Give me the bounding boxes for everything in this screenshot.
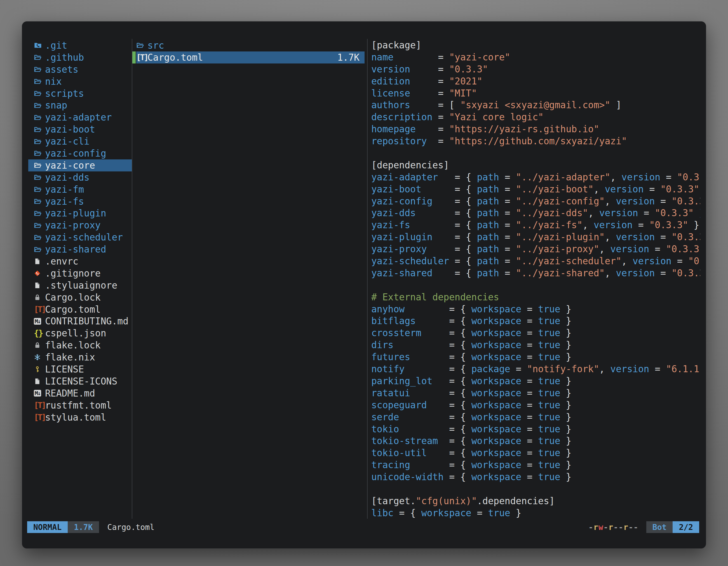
file-name: Cargo.toml <box>147 52 203 63</box>
file-row-yazi-fm[interactable]: yazi-fm <box>28 184 132 196</box>
file-name: .gitignore <box>45 268 101 279</box>
status-bar: NORMAL 1.7K Cargo.toml -rw-r--r-- Bot 2/… <box>27 521 699 533</box>
hover-marker <box>132 51 136 64</box>
file-row-cspell-json[interactable]: {}cspell.json <box>28 327 132 339</box>
file-name: .git <box>45 40 67 51</box>
file-icon <box>34 258 44 265</box>
code-line: tokio-stream = { workspace = true } <box>371 435 700 447</box>
file-row-cargo-toml[interactable]: [T]Cargo.toml <box>28 303 132 315</box>
code-line: version = "0.3.3" <box>371 64 700 76</box>
file-name: nix <box>45 76 62 87</box>
file-name: LICENSE-ICONS <box>45 376 117 387</box>
file-name: LICENSE <box>45 364 84 375</box>
code-line: ratatui = { workspace = true } <box>371 387 700 399</box>
toml-icon: [T] <box>34 305 44 313</box>
file-row-assets[interactable]: assets <box>28 64 132 76</box>
folder-open-icon <box>136 41 146 49</box>
file-row-license-icons[interactable]: LICENSE-ICONS <box>28 375 132 387</box>
code-line: crossterm = { workspace = true } <box>371 327 700 339</box>
file-row-yazi-cli[interactable]: yazi-cli <box>28 135 132 147</box>
folder-open-icon <box>34 102 44 109</box>
file-row-git[interactable]: .git <box>28 39 132 51</box>
preview-pane: [package]name = "yazi-core"version = "0.… <box>371 39 700 519</box>
file-row-license[interactable]: LICENSE <box>28 363 132 375</box>
file-name: yazi-fs <box>45 196 84 207</box>
code-line: homepage = "https://yazi-rs.github.io" <box>371 123 700 135</box>
file-row-gitignore[interactable]: .gitignore <box>28 267 132 280</box>
code-line: yazi-boot = { path = "../yazi-boot", ver… <box>371 184 700 196</box>
code-line <box>371 280 700 291</box>
code-line: futures = { workspace = true } <box>371 351 700 363</box>
code-line: tracing = { workspace = true } <box>371 459 700 471</box>
folder-open-icon <box>34 138 44 146</box>
code-line: edition = "2021" <box>371 76 700 88</box>
code-line: description = "Yazi core logic" <box>371 111 700 123</box>
file-row-yazi-adapter[interactable]: yazi-adapter <box>28 111 132 123</box>
code-line: anyhow = { workspace = true } <box>371 303 700 315</box>
file-row-cargo-lock[interactable]: Cargo.lock <box>28 291 132 303</box>
code-line: yazi-plugin = { path = "../yazi-plugin",… <box>371 231 700 243</box>
file-row-contributing-md[interactable]: M↓CONTRIBUTING.md <box>28 315 132 327</box>
file-row-rustfmt-toml[interactable]: [T]rustfmt.toml <box>28 399 132 411</box>
file-row-yazi-core[interactable]: yazi-core <box>28 159 132 172</box>
file-row-cargo-toml[interactable]: [T]Cargo.toml1.7K <box>136 51 365 64</box>
file-row-readme-md[interactable]: M↓README.md <box>28 387 132 399</box>
file-name: .envrc <box>45 256 78 267</box>
file-row-snap[interactable]: snap <box>28 99 132 111</box>
file-row-github[interactable]: .github <box>28 51 132 64</box>
file-row-yazi-plugin[interactable]: yazi-plugin <box>28 207 132 219</box>
folder-open-icon <box>34 161 44 169</box>
code-line: yazi-scheduler = { path = "../yazi-sched… <box>371 255 700 267</box>
file-row-yazi-proxy[interactable]: yazi-proxy <box>28 219 132 231</box>
file-row-flake-lock[interactable]: flake.lock <box>28 339 132 351</box>
file-name: scripts <box>45 88 84 99</box>
file-row-yazi-dds[interactable]: yazi-dds <box>28 172 132 184</box>
code-line: repository = "https://github.com/sxyazi/… <box>371 135 700 147</box>
current-pane: src[T]Cargo.toml1.7K <box>132 39 365 64</box>
code-line: [dependencies] <box>371 159 700 172</box>
file-name: rustfmt.toml <box>45 400 112 411</box>
file-name: README.md <box>45 388 95 399</box>
toml-icon: [T] <box>136 53 146 62</box>
folder-open-icon <box>34 222 44 229</box>
code-line: name = "yazi-core" <box>371 51 700 64</box>
code-line: scopeguard = { workspace = true } <box>371 399 700 411</box>
file-row-scripts[interactable]: scripts <box>28 88 132 100</box>
folder-open-icon <box>34 246 44 254</box>
file-size-indicator: 1.7K <box>68 521 99 533</box>
code-line: tokio = { workspace = true } <box>371 423 700 435</box>
code-line: license = "MIT" <box>371 88 700 100</box>
code-line <box>371 147 700 159</box>
file-row-stylua-toml[interactable]: [T]stylua.toml <box>28 411 132 423</box>
folder-open-icon <box>34 149 44 157</box>
scroll-position: Bot <box>646 521 673 533</box>
file-row-yazi-config[interactable]: yazi-config <box>28 147 132 159</box>
file-name: flake.lock <box>45 340 101 351</box>
file-name: yazi-cli <box>45 136 90 147</box>
file-name: .styluaignore <box>45 280 117 291</box>
file-row-yazi-fs[interactable]: yazi-fs <box>28 196 132 208</box>
file-row-src[interactable]: src <box>136 39 365 51</box>
file-row-yazi-shared[interactable]: yazi-shared <box>28 243 132 255</box>
file-icon <box>34 282 44 289</box>
code-line: parking_lot = { workspace = true } <box>371 375 700 387</box>
file-row-styluaignore[interactable]: .styluaignore <box>28 280 132 291</box>
folder-open-icon <box>34 114 44 121</box>
code-line: yazi-shared = { path = "../yazi-shared",… <box>371 267 700 280</box>
code-line: libc = { workspace = true } <box>371 507 700 519</box>
code-line: notify = { package = "notify-fork", vers… <box>371 363 700 375</box>
folder-open-icon <box>34 173 44 181</box>
file-icon <box>34 378 44 385</box>
file-name: CONTRIBUTING.md <box>45 316 128 326</box>
toml-icon: [T] <box>34 413 44 421</box>
folder-open-icon <box>34 210 44 217</box>
file-row-flake-nix[interactable]: flake.nix <box>28 351 132 363</box>
code-line: yazi-adapter = { path = "../yazi-adapter… <box>371 172 700 184</box>
file-row-nix[interactable]: nix <box>28 76 132 88</box>
file-row-yazi-boot[interactable]: yazi-boot <box>28 123 132 135</box>
file-name: stylua.toml <box>45 412 106 423</box>
file-name: yazi-core <box>45 160 95 171</box>
code-line: yazi-proxy = { path = "../yazi-proxy", v… <box>371 243 700 255</box>
file-row-envrc[interactable]: .envrc <box>28 255 132 267</box>
file-row-yazi-scheduler[interactable]: yazi-scheduler <box>28 231 132 243</box>
